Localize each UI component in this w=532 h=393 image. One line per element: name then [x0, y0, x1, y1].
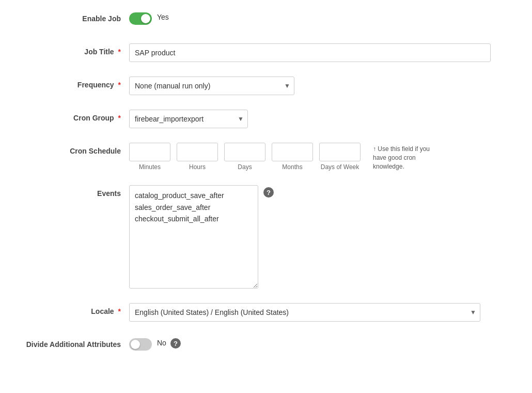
locale-control: English (United States) / English (Unite… — [129, 303, 517, 322]
job-title-control — [129, 43, 517, 62]
cron-group-required: * — [118, 114, 121, 122]
locale-label-text: Locale — [91, 307, 114, 315]
cron-days-label: Days — [238, 163, 252, 171]
toggle-slider-on — [129, 12, 152, 25]
locale-required: * — [118, 307, 121, 315]
enable-job-label-text: Enable Job — [82, 14, 121, 23]
cron-months-label: Months — [282, 163, 302, 171]
locale-label: Locale * — [15, 303, 129, 315]
frequency-select[interactable]: None (manual run only) Every Minute Hour… — [129, 77, 294, 95]
divide-additional-attributes-label: Divide Additional Attributes — [15, 336, 129, 349]
cron-days-input[interactable] — [224, 143, 265, 161]
divide-additional-attributes-control: No ? — [129, 336, 517, 351]
cron-hours-group: Hours — [177, 143, 218, 171]
job-title-input[interactable] — [129, 43, 491, 62]
job-title-required: * — [118, 48, 121, 56]
divide-additional-attributes-help-icon[interactable]: ? — [170, 338, 181, 349]
cron-fields: Minutes Hours Days Months Days of Week ↑… — [129, 143, 440, 171]
cron-minutes-group: Minutes — [129, 143, 170, 171]
frequency-control: None (manual run only) Every Minute Hour… — [129, 77, 517, 95]
enable-job-toggle[interactable] — [129, 12, 152, 25]
divide-additional-attributes-row: Divide Additional Attributes No ? — [15, 336, 517, 355]
cron-days-of-week-label: Days of Week — [321, 163, 359, 171]
locale-select[interactable]: English (United States) / English (Unite… — [129, 303, 480, 322]
cron-months-group: Months — [272, 143, 313, 171]
cron-months-input[interactable] — [272, 143, 313, 161]
locale-row: Locale * English (United States) / Engli… — [15, 303, 517, 322]
cron-group-select[interactable]: firebear_importexport default index — [129, 110, 248, 128]
events-wrap: catalog_product_save_after sales_order_s… — [129, 185, 274, 289]
divide-additional-attributes-label-text: Divide Additional Attributes — [26, 340, 121, 349]
cron-minutes-input[interactable] — [129, 143, 170, 161]
events-label-text: Events — [97, 189, 121, 198]
enable-job-row: Enable Job Yes — [15, 10, 517, 29]
cron-group-label-text: Cron Group — [73, 114, 114, 122]
cron-days-group: Days — [224, 143, 265, 171]
locale-select-wrap: English (United States) / English (Unite… — [129, 303, 480, 322]
events-label: Events — [15, 185, 129, 198]
divide-additional-attributes-status: No — [157, 336, 166, 347]
cron-group-control: firebear_importexport default index ▼ — [129, 110, 517, 128]
enable-job-status: Yes — [157, 10, 169, 21]
cron-group-label: Cron Group * — [15, 110, 129, 122]
frequency-label: Frequency * — [15, 77, 129, 89]
cron-schedule-row: Cron Schedule Minutes Hours Days Months … — [15, 143, 517, 171]
cron-hours-input[interactable] — [177, 143, 218, 161]
frequency-row: Frequency * None (manual run only) Every… — [15, 77, 517, 95]
cron-hours-label: Hours — [189, 163, 206, 171]
toggle-slider-off — [129, 338, 152, 351]
frequency-select-wrap: None (manual run only) Every Minute Hour… — [129, 77, 294, 95]
cron-schedule-label: Cron Schedule — [15, 143, 129, 155]
job-title-label: Job Title * — [15, 43, 129, 56]
cron-days-of-week-input[interactable] — [319, 143, 361, 161]
events-control: catalog_product_save_after sales_order_s… — [129, 185, 517, 289]
events-help-icon[interactable]: ? — [263, 187, 274, 198]
frequency-required: * — [118, 81, 121, 89]
cron-schedule-control: Minutes Hours Days Months Days of Week ↑… — [129, 143, 517, 171]
cron-days-of-week-group: Days of Week — [319, 143, 361, 171]
cron-minutes-label: Minutes — [139, 163, 161, 171]
enable-job-label: Enable Job — [15, 10, 129, 23]
frequency-label-text: Frequency — [77, 81, 114, 89]
cron-schedule-label-text: Cron Schedule — [70, 147, 121, 155]
divide-additional-attributes-toggle[interactable] — [129, 338, 152, 351]
cron-group-select-wrap: firebear_importexport default index ▼ — [129, 110, 248, 128]
events-textarea[interactable]: catalog_product_save_after sales_order_s… — [129, 185, 258, 289]
enable-job-control: Yes — [129, 10, 517, 25]
events-row: Events catalog_product_save_after sales_… — [15, 185, 517, 289]
cron-hint: ↑ Use this field if you have good cron k… — [373, 145, 440, 171]
job-title-row: Job Title * — [15, 43, 517, 62]
job-title-label-text: Job Title — [84, 48, 114, 56]
cron-group-row: Cron Group * firebear_importexport defau… — [15, 110, 517, 128]
